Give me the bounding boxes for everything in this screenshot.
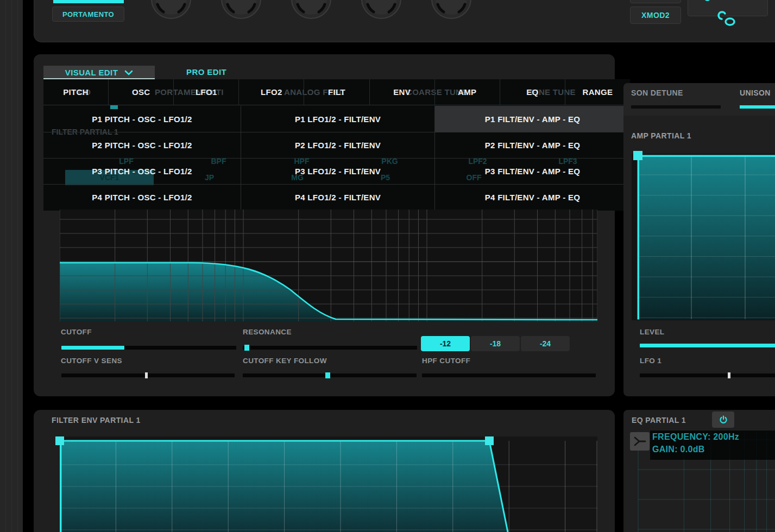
xmod2-label: XMOD2 bbox=[641, 11, 670, 20]
cutoff-v-sens-slider-marker[interactable] bbox=[145, 372, 148, 378]
slope-button--12[interactable]: -12 bbox=[421, 336, 470, 351]
unison-detune-label: SON DETUNE bbox=[631, 88, 683, 97]
menu-tab-pitch[interactable]: PITCH bbox=[43, 79, 109, 105]
filter-slope-selector: -12-18-24 bbox=[421, 336, 570, 351]
cutoff-slider-fill bbox=[61, 346, 124, 350]
amp-envelope-handle[interactable] bbox=[633, 151, 642, 160]
link-partials-icon[interactable] bbox=[716, 10, 739, 27]
menu-item-label: P3 LFO1/2 - FILT/ENV bbox=[295, 167, 381, 176]
hpf-cutoff-slider[interactable] bbox=[422, 373, 596, 377]
eq-band-type-button[interactable] bbox=[630, 432, 650, 451]
menu-tab-osc[interactable]: OSC bbox=[109, 79, 174, 105]
unison-underline bbox=[740, 105, 775, 109]
menu-item[interactable]: P4 PITCH - OSC - LFO1/2 bbox=[43, 184, 241, 210]
menu-tab-eq[interactable]: EQ bbox=[500, 79, 565, 105]
menu-grid: FILTER PARTIAL 1LPFBPFHPFPKGLPF2LPF3VCF1… bbox=[43, 106, 630, 211]
knob[interactable] bbox=[150, 0, 192, 20]
pro-edit-label: PRO EDIT bbox=[186, 67, 226, 77]
sidebar-groove bbox=[5, 0, 6, 532]
menu-item-label: P2 PITCH - OSC - LFO1/2 bbox=[92, 141, 192, 150]
menu-item-label: P2 LFO1/2 - FILT/ENV bbox=[295, 141, 381, 150]
hpf-cutoff-label: HPF CUTOFF bbox=[422, 357, 470, 365]
filter-env-title: FILTER ENV PARTIAL 1 bbox=[52, 416, 141, 425]
menu-item[interactable]: P2 LFO1/2 - FILT/ENV bbox=[241, 132, 434, 158]
menu-item[interactable]: P4 FILT/ENV - AMP - EQ bbox=[434, 184, 630, 210]
low-shelf-icon bbox=[633, 435, 647, 448]
visual-edit-label: VISUAL EDIT bbox=[65, 68, 118, 77]
power-icon bbox=[719, 415, 728, 424]
cutoff-v-sens-slider[interactable] bbox=[61, 373, 235, 377]
portamento-time-slider[interactable] bbox=[53, 0, 124, 3]
filter-env-handle-start[interactable] bbox=[55, 436, 64, 445]
menu-tab-label: AMP bbox=[458, 87, 476, 97]
menu-item[interactable]: P1 PITCH - OSC - LFO1/2 bbox=[43, 106, 241, 132]
menu-tab-label: OSC bbox=[132, 87, 150, 97]
xmod2-button[interactable]: XMOD2 bbox=[630, 7, 681, 24]
knob[interactable] bbox=[361, 0, 402, 20]
portamento-button[interactable]: PORTAMENTO bbox=[52, 7, 124, 22]
synth-editor-window: PORTAMENTO XMOD2 PARTIAL4 VISUAL EDIT PR… bbox=[0, 0, 775, 532]
eq-gain-readout: GAIN: 0.0dB bbox=[652, 445, 705, 454]
power-icon bbox=[703, 0, 711, 2]
xmod-button-remnant bbox=[630, 0, 681, 3]
sidebar-groove bbox=[17, 0, 18, 532]
menu-tab-amp[interactable]: AMP bbox=[435, 79, 500, 105]
slope-button--24[interactable]: -24 bbox=[521, 336, 570, 351]
slope-button--18[interactable]: -18 bbox=[471, 336, 520, 351]
menu-tab-lfo1[interactable]: LFO1 bbox=[174, 79, 239, 105]
menu-item-label: P3 FILT/ENV - AMP - EQ bbox=[485, 167, 581, 176]
knob[interactable] bbox=[431, 0, 472, 20]
filter-env-handle-sustain[interactable] bbox=[485, 436, 494, 445]
menu-tab-label: LFO2 bbox=[261, 87, 282, 97]
menu-tab-filt[interactable]: FILT bbox=[304, 79, 369, 105]
unison-detune-underline bbox=[631, 105, 721, 109]
filter-envelope-graph[interactable] bbox=[60, 436, 597, 532]
sidebar-groove bbox=[11, 0, 12, 532]
menu-item[interactable]: P3 PITCH - OSC - LFO1/2 bbox=[43, 158, 241, 184]
tab-unison-detune[interactable]: SON DETUNE bbox=[631, 88, 683, 98]
menu-item[interactable]: P4 LFO1/2 - FILT/ENV bbox=[241, 184, 434, 210]
slope-button-label: -12 bbox=[440, 339, 451, 348]
menu-item[interactable]: P1 LFO1/2 - FILT/ENV bbox=[241, 106, 434, 132]
menu-item[interactable]: P2 FILT/ENV - AMP - EQ bbox=[434, 132, 630, 158]
chevron-down-icon bbox=[124, 70, 133, 75]
filter-response-graph[interactable] bbox=[60, 210, 597, 321]
menu-tab-label: PITCH bbox=[63, 87, 89, 97]
menu-item-label: P4 FILT/ENV - AMP - EQ bbox=[485, 193, 581, 202]
menu-tab-range[interactable]: RANGE bbox=[565, 79, 630, 105]
menu-item[interactable]: P3 FILT/ENV - AMP - EQ bbox=[434, 158, 630, 184]
menu-item-label: P2 FILT/ENV - AMP - EQ bbox=[485, 141, 581, 150]
slope-button-label: -18 bbox=[490, 339, 501, 348]
eq-power-button[interactable] bbox=[712, 411, 734, 428]
amp-envelope-graph[interactable] bbox=[632, 154, 775, 320]
resonance-label: RESONANCE bbox=[243, 328, 292, 336]
left-sidebar bbox=[0, 0, 23, 532]
menu-item-label: P3 PITCH - OSC - LFO1/2 bbox=[92, 167, 192, 176]
tab-unison[interactable]: UNISON bbox=[740, 88, 771, 98]
resonance-slider[interactable] bbox=[243, 346, 417, 350]
lfo1-slider-marker[interactable] bbox=[728, 372, 730, 378]
unison-label: UNISON bbox=[740, 88, 771, 97]
knob[interactable] bbox=[220, 0, 262, 20]
pro-edit-tab[interactable]: PRO EDIT bbox=[186, 67, 241, 79]
menu-item-label: P4 LFO1/2 - FILT/ENV bbox=[295, 193, 381, 202]
knob[interactable] bbox=[291, 0, 332, 20]
menu-tab-lfo2[interactable]: LFO2 bbox=[239, 79, 304, 105]
visual-edit-dropdown-button[interactable]: VISUAL EDIT bbox=[43, 66, 155, 79]
partial4-label: PARTIAL4 bbox=[714, 0, 753, 2]
resonance-slider-marker[interactable] bbox=[244, 345, 249, 351]
menu-tab-label: RANGE bbox=[583, 87, 613, 97]
menu-tab-label: LFO1 bbox=[196, 87, 217, 97]
lfo1-slider[interactable] bbox=[640, 373, 775, 377]
menu-item-label: P1 FILT/ENV - AMP - EQ bbox=[485, 115, 581, 124]
menu-item[interactable]: P3 LFO1/2 - FILT/ENV bbox=[241, 158, 434, 184]
menu-tab-env[interactable]: ENV bbox=[370, 79, 435, 105]
cutoff-key-follow-slider-marker[interactable] bbox=[325, 372, 330, 378]
menu-item[interactable]: P1 FILT/ENV - AMP - EQ bbox=[434, 106, 630, 132]
menu-tab-row: PITCHOSCLFO1LFO2FILTENVAMPEQRANGE bbox=[43, 79, 630, 105]
eq-frequency-readout: FREQUENCY: 200Hz bbox=[652, 432, 739, 442]
cutoff-key-follow-label: CUTOFF KEY FOLLOW bbox=[243, 357, 327, 365]
visual-edit-menu-overlay: COPORTAMENTO TIANALOG FEELCOARSE TUNEFIN… bbox=[43, 79, 630, 211]
menu-item[interactable]: P2 PITCH - OSC - LFO1/2 bbox=[43, 132, 241, 158]
menu-item-label: P4 PITCH - OSC - LFO1/2 bbox=[92, 193, 192, 202]
